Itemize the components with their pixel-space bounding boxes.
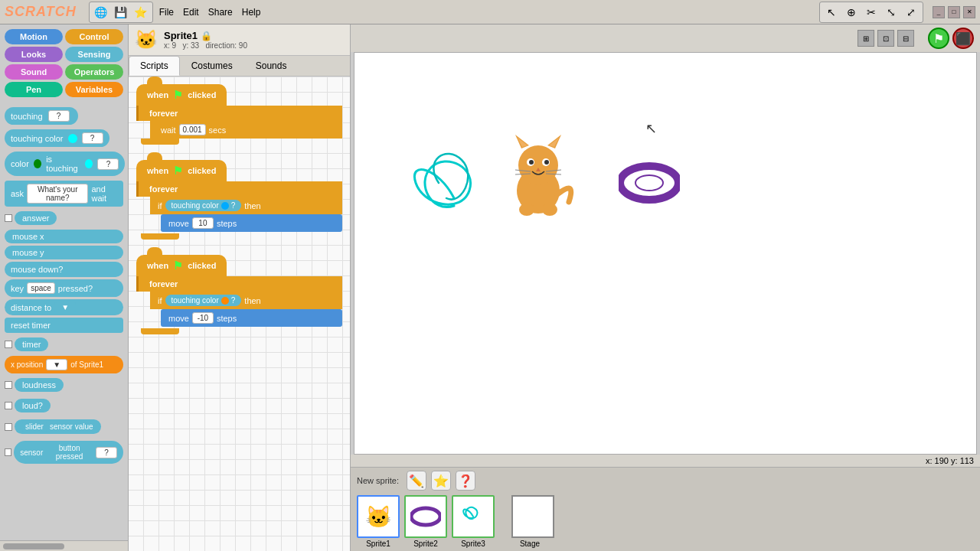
sprite-thumb-box-sprite2[interactable] <box>404 495 447 538</box>
block-ask[interactable]: ask What's your name? and wait <box>5 181 123 207</box>
sprite-coords: x: 9 y: 33 direction: 90 <box>164 41 247 50</box>
scroll-thumb[interactable] <box>3 543 64 549</box>
block-timer[interactable]: timer <box>15 337 48 351</box>
stage-controls: ⊞ ⊡ ⊟ ⚑ ⬛ <box>351 24 980 52</box>
menu-help[interactable]: Help <box>242 7 261 18</box>
maximize-btn[interactable]: □ <box>948 6 960 18</box>
view-medium-btn[interactable]: ⊡ <box>877 30 894 47</box>
toolbar-icons: 🌐 💾 ⭐ <box>89 2 153 23</box>
stop-btn[interactable]: ⬛ <box>952 28 974 49</box>
block-color-touching[interactable]: color is touching ? <box>5 152 125 176</box>
teal-drawing <box>393 137 500 236</box>
grow-tool[interactable]: ⤡ <box>883 4 900 21</box>
titlebar: SCRATCH 🌐 💾 ⭐ File Edit Share Help ↖ ⊕ ✂… <box>0 0 980 24</box>
sensor-checkbox[interactable] <box>5 448 11 456</box>
help-sprite-btn[interactable]: ❓ <box>456 471 475 491</box>
new-sprite-label: New sprite: <box>357 476 399 485</box>
block-mouse-x[interactable]: mouse x <box>5 230 123 243</box>
svg-point-9 <box>544 160 549 165</box>
svg-point-19 <box>411 508 440 525</box>
block-loud[interactable]: loud? <box>15 399 51 412</box>
new-sprite-area: New sprite: ✏️ ⭐ ❓ <box>357 471 475 491</box>
sprite-thumb-box-sprite3[interactable] <box>452 495 495 538</box>
stage-thumb-box[interactable] <box>511 495 554 538</box>
block-touching[interactable]: touching ? <box>5 107 78 125</box>
right-panel: ⊞ ⊡ ⊟ ⚑ ⬛ <box>351 24 980 551</box>
blocks-list: touching ? touching color ? color is tou… <box>0 102 128 540</box>
tab-scripts[interactable]: Scripts <box>129 56 180 76</box>
view-large-btn[interactable]: ⊟ <box>897 30 914 47</box>
category-sound[interactable]: Sound <box>5 64 63 80</box>
loudness-checkbox[interactable] <box>5 381 12 389</box>
block-key-pressed[interactable]: key space pressed? <box>5 279 123 297</box>
svg-point-1 <box>518 145 558 185</box>
globe-icon[interactable]: 🌐 <box>93 4 109 21</box>
svg-point-8 <box>529 160 534 165</box>
stage-area[interactable]: ↖ <box>354 52 977 455</box>
script-3: when ⚑ clicked forever if touching color… <box>136 255 342 334</box>
block-mouse-y[interactable]: mouse y <box>5 246 123 259</box>
category-pen[interactable]: Pen <box>5 82 63 97</box>
sprite-thumb-label-sprite2: Sprite2 <box>413 540 438 548</box>
script-1: when ⚑ clicked forever wait 0.001 secs <box>136 84 342 145</box>
slider-checkbox[interactable] <box>5 423 12 431</box>
tabs: Scripts Costumes Sounds <box>129 56 350 77</box>
minimize-btn[interactable]: _ <box>933 6 945 18</box>
block-touching-color[interactable]: touching color ? <box>5 129 109 147</box>
paint-sprite-btn[interactable]: ✏️ <box>407 471 426 491</box>
timer-checkbox[interactable] <box>5 341 12 348</box>
block-answer[interactable]: answer <box>15 211 57 225</box>
svg-point-18 <box>635 175 663 191</box>
sprite-header: 🐱 Sprite1 🔒 x: 9 y: 33 direction: 90 <box>129 24 350 56</box>
menu-share[interactable]: Share <box>208 7 233 18</box>
stage-coords: x: 190 y: 113 <box>351 455 980 467</box>
sprite-info: Sprite1 🔒 x: 9 y: 33 direction: 90 <box>164 30 247 50</box>
loud-checkbox[interactable] <box>5 402 12 409</box>
block-loudness[interactable]: loudness <box>15 378 64 392</box>
sprite-thumb-sprite1[interactable]: 🐱 Sprite1 <box>357 495 400 548</box>
close-btn[interactable]: ✕ <box>963 6 975 18</box>
sprite-thumb-sprite2[interactable]: Sprite2 <box>404 495 447 548</box>
category-motion[interactable]: Motion <box>5 29 63 44</box>
menu-edit[interactable]: Edit <box>183 7 199 18</box>
share-icon[interactable]: ⭐ <box>132 4 149 21</box>
scratch-logo: SCRATCH <box>5 4 77 20</box>
block-distance[interactable]: distance to ▼ <box>5 299 123 315</box>
view-small-btn[interactable]: ⊞ <box>858 30 874 47</box>
save-icon[interactable]: 💾 <box>113 4 129 21</box>
category-looks[interactable]: Looks <box>5 47 63 62</box>
stage-thumb-label: Stage <box>520 540 540 548</box>
category-control[interactable]: Control <box>65 29 123 44</box>
duplicate-tool[interactable]: ⊕ <box>843 4 860 21</box>
block-sensor-row: sensor button pressed ? <box>5 439 123 466</box>
menu-file[interactable]: File <box>159 7 174 18</box>
delete-tool[interactable]: ✂ <box>863 4 880 21</box>
sprite-name: Sprite1 <box>164 30 198 41</box>
block-slider[interactable]: slider sensor value <box>15 419 101 434</box>
cat-sprite <box>500 126 577 217</box>
sprite-thumb-box-sprite1[interactable]: 🐱 <box>357 495 400 538</box>
category-variables[interactable]: Variables <box>65 82 123 97</box>
star-sprite-btn[interactable]: ⭐ <box>431 471 451 491</box>
shrink-tool[interactable]: ⤢ <box>903 4 920 21</box>
block-mouse-down[interactable]: mouse down? <box>5 262 123 277</box>
svg-point-15 <box>519 204 534 216</box>
category-operators[interactable]: Operators <box>65 64 123 80</box>
block-reset-timer[interactable]: reset timer <box>5 318 123 333</box>
category-sensing[interactable]: Sensing <box>65 47 123 62</box>
sprite-thumb-label-sprite1: Sprite1 <box>366 540 390 548</box>
block-slider-row: slider sensor value <box>5 417 123 436</box>
green-flag-btn[interactable]: ⚑ <box>928 28 949 49</box>
block-x-position[interactable]: x position ▼ of Sprite1 <box>5 356 123 373</box>
bottom-scrollbar[interactable] <box>0 540 128 551</box>
left-panel: Motion Control Looks Sensing Sound Opera… <box>0 24 129 551</box>
sprite-thumbnail: 🐱 <box>135 29 158 51</box>
scripts-panel: 🐱 Sprite1 🔒 x: 9 y: 33 direction: 90 Scr… <box>129 24 351 551</box>
stage-thumb[interactable]: Stage <box>505 495 554 548</box>
tab-sounds[interactable]: Sounds <box>244 56 299 76</box>
sprite-thumb-sprite3[interactable]: Sprite3 <box>452 495 495 548</box>
block-sensor[interactable]: sensor button pressed ? <box>14 441 123 464</box>
cursor-tool[interactable]: ↖ <box>823 4 840 21</box>
answer-checkbox[interactable] <box>5 214 12 222</box>
tab-costumes[interactable]: Costumes <box>180 56 244 76</box>
